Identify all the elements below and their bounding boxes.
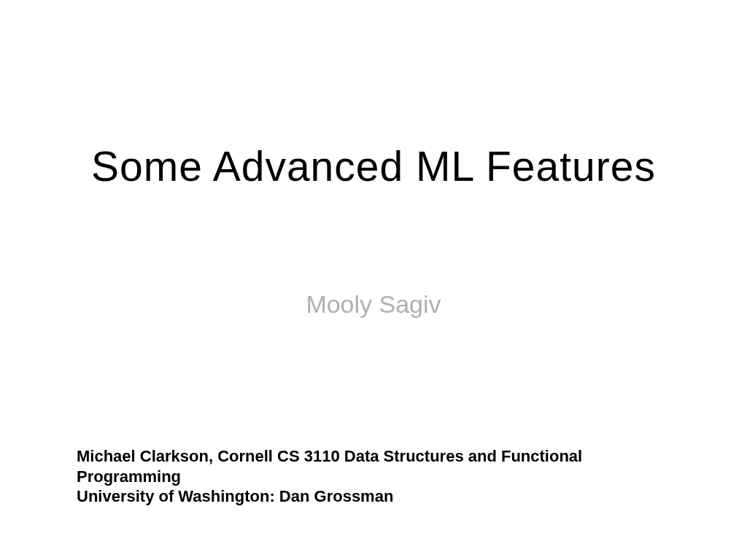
slide-subtitle: Mooly Sagiv bbox=[0, 290, 747, 319]
slide-title: Some Advanced ML Features bbox=[0, 142, 747, 190]
footer-line-2: University of Washington: Dan Grossman bbox=[77, 486, 689, 507]
slide-footer: Michael Clarkson, Cornell CS 3110 Data S… bbox=[77, 446, 689, 507]
footer-line-1: Michael Clarkson, Cornell CS 3110 Data S… bbox=[77, 446, 689, 486]
